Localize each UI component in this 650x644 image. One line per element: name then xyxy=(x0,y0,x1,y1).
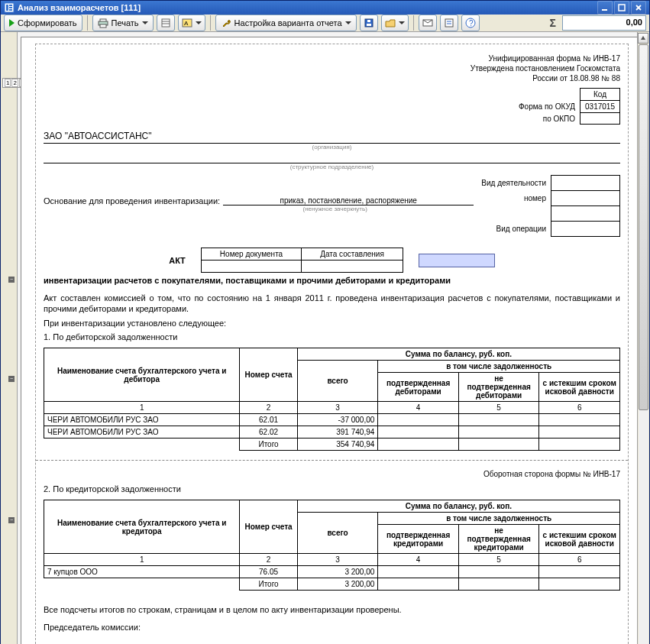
act-word: АКТ xyxy=(169,256,186,265)
fold-marker[interactable]: − xyxy=(8,517,15,523)
code-header: Код xyxy=(580,89,620,101)
separator xyxy=(210,15,211,31)
n3: 3 xyxy=(297,402,378,414)
section2-title: 2. По кредиторской задолженности xyxy=(44,484,620,494)
col-c4: подтвержденная дебиторами xyxy=(378,373,459,402)
reason-label: Основание для проведения инвентаризации: xyxy=(44,196,220,205)
chevron-down-icon xyxy=(345,21,351,24)
maximize-button[interactable] xyxy=(614,1,629,15)
minimize-button[interactable] xyxy=(597,1,613,15)
scroll-thumb[interactable] xyxy=(639,44,648,410)
document-area: 1 2 3 − − − Унифицированная форма № ИНВ-… xyxy=(1,32,649,644)
chevron-down-icon xyxy=(399,21,405,24)
print-frame: Унифицированная форма № ИНВ-17 Утвержден… xyxy=(35,44,629,644)
svg-rect-3 xyxy=(9,7,12,8)
viewport[interactable]: Унифицированная форма № ИНВ-17 Утвержден… xyxy=(18,32,649,644)
col-sub: в том числе задолженность xyxy=(378,361,620,373)
highlight-button[interactable]: A xyxy=(178,15,205,31)
chairman-label: Председатель комиссии: xyxy=(44,623,620,632)
app-icon xyxy=(4,2,15,13)
cell-val: -37 000,00 xyxy=(297,414,378,426)
col-c4: подтвержденная кредиторами xyxy=(378,525,459,554)
cell-name: ЧЕРИ АВТОМОБИЛИ РУС ЗАО xyxy=(44,426,240,439)
run-button[interactable]: Сформировать xyxy=(4,15,82,31)
act-header: инвентаризации расчетов с покупателями, … xyxy=(44,276,620,285)
chevron-down-icon xyxy=(196,21,202,24)
params-button[interactable] xyxy=(440,15,458,31)
open-button[interactable] xyxy=(381,15,409,31)
debit-table: Наименование счета бухгалтерского учета … xyxy=(44,348,620,451)
svg-rect-2 xyxy=(9,5,12,6)
n1: 1 xyxy=(44,402,240,414)
n5: 5 xyxy=(458,554,539,566)
operation-value xyxy=(551,222,620,237)
act-line: АКТ Номер документаДата составления xyxy=(44,248,620,273)
vertical-scrollbar[interactable] xyxy=(637,32,649,644)
table-row: 7 купцов ООО 76.05 3 200,00 xyxy=(44,566,620,578)
scroll-up-button[interactable] xyxy=(638,33,648,44)
svg-rect-17 xyxy=(367,20,370,22)
col-acct: Номер счета xyxy=(240,348,297,402)
total-row: Итого 3 200,00 xyxy=(44,578,620,591)
left-ruler: 1 2 3 − − − xyxy=(1,32,18,644)
turn-note: Оборотная сторона формы № ИНВ-17 xyxy=(44,470,620,478)
n6: 6 xyxy=(539,554,620,566)
cell-acct: 62.02 xyxy=(240,426,297,439)
col-total: всего xyxy=(297,513,378,554)
settings-button[interactable]: Настройка варианта отчета xyxy=(215,15,357,31)
save-button[interactable] xyxy=(360,15,378,31)
sigma-icon: Σ xyxy=(547,17,559,29)
mail-button[interactable] xyxy=(419,15,437,31)
cell-val: 391 740,94 xyxy=(297,426,378,439)
form-code-line: России от 18.08.98 № 88 xyxy=(44,73,620,83)
n6: 6 xyxy=(539,402,620,414)
act-number-table: Номер документаДата составления xyxy=(201,248,403,273)
help-button[interactable]: ? xyxy=(461,15,480,31)
col-total: всего xyxy=(297,361,378,402)
fold-marker[interactable]: − xyxy=(8,277,15,283)
side-codes: Вид деятельности номер Вид операции xyxy=(481,175,620,237)
table-row: ЧЕРИ АВТОМОБИЛИ РУС ЗАО 62.01 -37 000,00 xyxy=(44,414,620,426)
line2: При инвентаризации установлено следующее… xyxy=(44,319,620,328)
fold-marker[interactable]: − xyxy=(8,376,15,382)
n2: 2 xyxy=(240,402,297,414)
okpo-value xyxy=(580,113,620,125)
run-label: Сформировать xyxy=(18,18,77,28)
cell-name: 7 купцов ООО xyxy=(44,566,240,578)
tab-2[interactable]: 2 xyxy=(11,79,18,87)
wrench-icon xyxy=(221,18,231,28)
print-label: Печать xyxy=(112,18,139,28)
svg-rect-9 xyxy=(100,24,106,28)
tab-1[interactable]: 1 xyxy=(5,79,11,87)
col-name: Наименование счета бухгалтерского учета … xyxy=(44,348,240,402)
reason-caption: (ненужное зачеркнуть) xyxy=(196,205,474,212)
section1-title: 1. По дебиторской задолженности xyxy=(44,332,620,341)
code-box: Код Форма по ОКУД0317015 по ОКПО xyxy=(44,88,620,125)
sum-display[interactable]: 0,00 xyxy=(562,15,646,31)
toolbar: Сформировать Печать A Настройка варианта… xyxy=(1,15,649,32)
okud-value: 0317015 xyxy=(580,101,620,113)
print-button[interactable]: Печать xyxy=(92,15,154,31)
layout-button[interactable] xyxy=(157,15,175,31)
col-name: Наименование счета бухгалтерского учета … xyxy=(44,500,240,554)
org-caption: (организация) xyxy=(44,144,620,150)
total-label: Итого xyxy=(240,578,297,591)
col-c6: с истекшим сроком исковой давности xyxy=(539,525,620,554)
col-c5: не подтвержденная дебиторами xyxy=(458,373,539,402)
footer-line: Все подсчеты итогов по строкам, страница… xyxy=(44,604,620,615)
blank-label xyxy=(481,206,551,222)
n2: 2 xyxy=(240,554,297,566)
settings-label: Настройка варианта отчета xyxy=(234,18,342,28)
scroll-track[interactable] xyxy=(639,44,648,644)
n5: 5 xyxy=(458,402,539,414)
total-value: 3 200,00 xyxy=(297,578,378,591)
org-name: ЗАО "АВТОАССИСТАНС" xyxy=(44,131,151,141)
act-num-val xyxy=(201,261,301,273)
svg-rect-19 xyxy=(445,19,453,27)
separator xyxy=(413,15,414,31)
cell-name: ЧЕРИ АВТОМОБИЛИ РУС ЗАО xyxy=(44,414,240,426)
close-button[interactable] xyxy=(631,1,646,15)
act-highlight-box xyxy=(419,254,495,267)
col-sum: Сумма по балансу, руб. коп. xyxy=(297,348,619,361)
page-break xyxy=(36,460,628,461)
